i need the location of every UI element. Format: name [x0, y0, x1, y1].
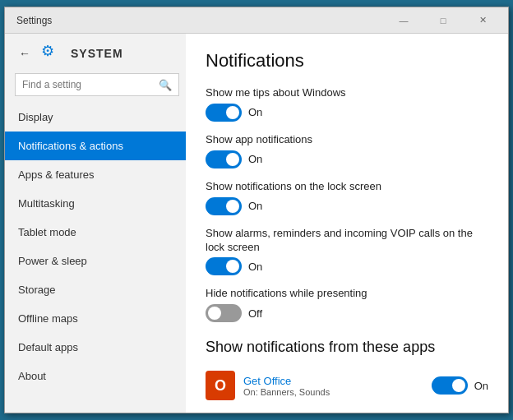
search-box[interactable]: 🔍 — [15, 73, 179, 96]
toggle-text-office: On — [474, 380, 488, 392]
toggle-knob-app-notifications — [226, 153, 239, 166]
maximize-button[interactable]: □ — [424, 7, 462, 34]
toggle-row-alarms: Show alarms, reminders and incoming VOIP… — [206, 227, 488, 276]
sidebar-item-default[interactable]: Default apps — [5, 333, 186, 362]
sidebar-item-notifications[interactable]: Notifications & actions — [5, 132, 186, 160]
office-info: Get Office On: Banners, Sounds — [243, 375, 423, 397]
toggle-control-alarms: On — [206, 257, 488, 275]
sidebar: ← ⚙ SYSTEM 🔍 Display Notifications & act… — [5, 34, 186, 413]
toggle-text-lock-screen: On — [248, 200, 262, 212]
office-name[interactable]: Get Office — [243, 375, 423, 387]
app-item-office: O Get Office On: Banners, Sounds On — [206, 366, 488, 405]
sidebar-nav: Display Notifications & actions Apps & f… — [5, 103, 186, 413]
toggle-control-tips: On — [206, 104, 488, 122]
toggle-row-app-notifications: Show app notifications On — [206, 133, 488, 168]
toggle-app-notifications[interactable] — [206, 150, 242, 168]
office-desc: On: Banners, Sounds — [243, 387, 423, 397]
toggle-lock-screen[interactable] — [206, 197, 242, 215]
apps-section-title: Show notifications from these apps — [206, 339, 488, 356]
toggle-presenting[interactable] — [206, 304, 242, 322]
toggle-label-lock-screen: Show notifications on the lock screen — [206, 180, 488, 194]
sidebar-item-about[interactable]: About — [5, 362, 186, 390]
back-button[interactable]: ← — [15, 44, 35, 63]
toggle-row-presenting: Hide notifications while presenting Off — [206, 287, 488, 322]
sidebar-item-offline[interactable]: Offline maps — [5, 304, 186, 333]
office-toggle-area: On — [432, 376, 488, 395]
gear-icon: ⚙ — [41, 42, 64, 65]
sidebar-item-tablet[interactable]: Tablet mode — [5, 218, 186, 247]
sidebar-item-display[interactable]: Display — [5, 103, 186, 132]
settings-window: Settings — □ ✕ ← ⚙ SYSTEM 🔍 Display — [4, 7, 509, 413]
search-input[interactable] — [22, 79, 159, 90]
toggle-control-lock-screen: On — [206, 197, 488, 215]
minimize-button[interactable]: — — [385, 7, 423, 34]
sidebar-item-storage[interactable]: Storage — [5, 275, 186, 304]
page-title: Notifications — [206, 50, 488, 72]
close-button[interactable]: ✕ — [464, 7, 501, 34]
toggle-tips[interactable] — [206, 104, 242, 122]
sidebar-item-apps[interactable]: Apps & features — [5, 160, 186, 189]
toggle-text-tips: On — [248, 106, 262, 118]
office-icon-letter: O — [215, 377, 226, 395]
toggle-label-alarms: Show alarms, reminders and incoming VOIP… — [206, 227, 488, 255]
toggle-office[interactable] — [432, 376, 468, 395]
main-panel: Notifications Show me tips about Windows… — [186, 34, 508, 413]
office-icon: O — [206, 371, 235, 400]
toggle-label-presenting: Hide notifications while presenting — [206, 287, 488, 301]
toggle-text-app-notifications: On — [248, 153, 262, 165]
toggle-alarms[interactable] — [206, 257, 242, 275]
toggle-row-tips: Show me tips about Windows On — [206, 86, 488, 122]
toggle-knob-tips — [226, 106, 239, 119]
toggle-knob-office — [452, 379, 465, 392]
toggle-knob-lock-screen — [226, 200, 239, 213]
search-icon: 🔍 — [159, 79, 172, 91]
toggle-label-tips: Show me tips about Windows — [206, 86, 488, 100]
toggle-label-app-notifications: Show app notifications — [206, 133, 488, 147]
main-content: ← ⚙ SYSTEM 🔍 Display Notifications & act… — [5, 34, 508, 413]
app-item-onedrive: ☁ Microsoft OneDrive On: Banners, Sounds… — [206, 412, 488, 413]
toggle-knob-alarms — [226, 260, 239, 273]
window-controls: — □ ✕ — [385, 7, 501, 34]
toggle-text-alarms: On — [248, 261, 262, 273]
titlebar: Settings — □ ✕ — [5, 7, 508, 34]
sidebar-item-multitasking[interactable]: Multitasking — [5, 189, 186, 218]
window-title: Settings — [16, 15, 385, 26]
toggle-row-lock-screen: Show notifications on the lock screen On — [206, 180, 488, 215]
toggle-control-app-notifications: On — [206, 150, 488, 168]
sidebar-header: ← ⚙ SYSTEM — [5, 34, 186, 73]
toggle-control-presenting: Off — [206, 304, 488, 322]
toggle-knob-presenting — [208, 307, 221, 320]
toggle-text-presenting: Off — [248, 307, 262, 320]
sidebar-system-label: SYSTEM — [71, 47, 123, 60]
sidebar-item-power[interactable]: Power & sleep — [5, 247, 186, 275]
